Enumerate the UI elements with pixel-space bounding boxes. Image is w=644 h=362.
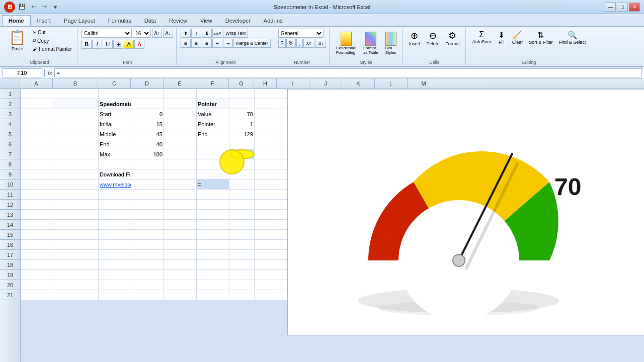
row-header-17[interactable]: 17 xyxy=(0,250,20,260)
cell-b2[interactable] xyxy=(53,99,99,109)
percent-button[interactable]: % xyxy=(286,39,296,48)
tab-data[interactable]: Data xyxy=(138,15,163,26)
cell-h3[interactable] xyxy=(255,109,277,119)
cell-d3[interactable]: 0 xyxy=(131,109,164,119)
decrease-font-button[interactable]: A↓ xyxy=(163,29,173,38)
font-color-button[interactable]: A xyxy=(134,40,144,49)
cell-e3[interactable] xyxy=(164,109,197,119)
col-header-l[interactable]: L xyxy=(375,78,408,88)
cell-a1[interactable] xyxy=(21,89,53,99)
cell-g3[interactable]: 70 xyxy=(229,109,255,119)
cell-e2[interactable] xyxy=(164,99,197,109)
row-header-14[interactable]: 14 xyxy=(0,220,20,230)
row-header-12[interactable]: 12 xyxy=(0,200,20,210)
col-header-c[interactable]: C xyxy=(98,78,131,88)
cell-g5[interactable]: 129 xyxy=(229,129,255,139)
autosum-button[interactable]: Σ AutoSum xyxy=(470,29,494,46)
cell-d5[interactable]: 45 xyxy=(131,129,164,139)
cell-h10[interactable] xyxy=(255,179,277,190)
cell-h4[interactable] xyxy=(255,119,277,129)
cell-b8[interactable] xyxy=(53,159,99,169)
wrap-text-button[interactable]: Wrap Text xyxy=(223,29,248,38)
row-header-8[interactable]: 8 xyxy=(0,159,20,169)
cell-e10[interactable] xyxy=(164,179,197,190)
align-middle-button[interactable]: ↕ xyxy=(191,29,201,38)
increase-indent-button[interactable]: ⇥ xyxy=(223,39,233,48)
office-button[interactable]: ⊞ xyxy=(4,2,15,13)
cell-f1[interactable] xyxy=(197,89,229,99)
cell-c6[interactable]: End xyxy=(99,139,131,149)
redo-button[interactable]: ↪ xyxy=(39,2,49,12)
cell-f3[interactable]: Value xyxy=(197,109,229,119)
cell-h1[interactable] xyxy=(255,89,277,99)
cell-d7[interactable]: 100 xyxy=(131,149,164,159)
row-header-9[interactable]: 9 xyxy=(0,169,20,179)
increase-decimal-button[interactable]: .0↑ xyxy=(303,39,314,48)
format-cell-button[interactable]: ⚙ Format xyxy=(443,29,462,48)
formula-input[interactable] xyxy=(54,68,642,77)
align-center-button[interactable]: ≡ xyxy=(191,39,201,48)
cell-f6[interactable] xyxy=(197,139,229,149)
col-header-a[interactable]: A xyxy=(20,78,53,88)
cell-c9[interactable]: Download File From xyxy=(99,169,131,179)
save-button[interactable]: 💾 xyxy=(17,2,27,12)
delete-cell-button[interactable]: ⊖ Delete xyxy=(424,29,442,48)
cell-b3[interactable] xyxy=(53,109,99,119)
cell-e8[interactable] xyxy=(164,159,197,169)
cut-button[interactable]: ✂ Cut xyxy=(31,29,74,36)
cell-e5[interactable] xyxy=(164,129,197,139)
row-header-10[interactable]: 10 xyxy=(0,179,20,190)
cell-c1[interactable] xyxy=(99,89,131,99)
format-painter-button[interactable]: 🖌 Format Painter xyxy=(31,45,74,53)
cell-b5[interactable] xyxy=(53,129,99,139)
cell-h7[interactable] xyxy=(255,149,277,159)
cell-c4[interactable]: Initial xyxy=(99,119,131,129)
cell-d8[interactable] xyxy=(131,159,164,169)
font-name-select[interactable]: Calibri xyxy=(82,29,132,38)
col-header-d[interactable]: D xyxy=(131,78,164,88)
cell-a8[interactable] xyxy=(21,159,53,169)
cell-d6[interactable]: 40 xyxy=(131,139,164,149)
col-header-h[interactable]: H xyxy=(254,78,277,88)
close-button[interactable]: ✕ xyxy=(629,3,640,12)
tab-insert[interactable]: Insert xyxy=(31,15,58,26)
col-header-f[interactable]: F xyxy=(196,78,229,88)
row-header-19[interactable]: 19 xyxy=(0,270,20,280)
cell-a4[interactable] xyxy=(21,119,53,129)
find-select-button[interactable]: 🔍 Find & Select xyxy=(556,29,589,46)
cell-a10[interactable] xyxy=(21,179,53,190)
decrease-indent-button[interactable]: ⇤ xyxy=(212,39,222,48)
cell-b10[interactable] xyxy=(53,179,99,190)
row-header-13[interactable]: 13 xyxy=(0,210,20,220)
row-header-6[interactable]: 6 xyxy=(0,139,20,149)
corner-cell[interactable] xyxy=(0,78,20,88)
cell-e9[interactable] xyxy=(164,169,197,179)
decrease-decimal-button[interactable]: .0↓ xyxy=(315,39,326,48)
cell-c5[interactable]: Middle xyxy=(99,129,131,139)
cell-styles-button[interactable]: CellStyles xyxy=(383,30,399,56)
cell-h5[interactable] xyxy=(255,129,277,139)
paste-button[interactable]: 📋 xyxy=(5,29,30,46)
row-header-18[interactable]: 18 xyxy=(0,260,20,270)
cell-b4[interactable] xyxy=(53,119,99,129)
font-size-select[interactable]: 16 xyxy=(133,29,151,38)
conditional-formatting-button[interactable]: ConditionalFormatting xyxy=(334,30,359,56)
cell-f2[interactable]: Pointer xyxy=(197,99,229,109)
cell-c10[interactable]: www.myelsson.org xyxy=(99,179,131,190)
align-left-button[interactable]: ≡ xyxy=(181,39,191,48)
cell-d9[interactable] xyxy=(131,169,164,179)
bold-button[interactable]: B xyxy=(82,40,92,49)
cell-g10[interactable] xyxy=(229,179,255,190)
row-header-2[interactable]: 2 xyxy=(0,99,20,109)
cell-e4[interactable] xyxy=(164,119,197,129)
tab-addins[interactable]: Add-Ins xyxy=(257,15,289,26)
minimize-button[interactable]: — xyxy=(605,3,616,12)
border-button[interactable]: ⊞ xyxy=(113,40,123,49)
fill-color-button[interactable]: A xyxy=(124,40,134,49)
copy-button[interactable]: ⧉ Copy xyxy=(31,37,74,45)
row-header-15[interactable]: 15 xyxy=(0,230,20,240)
sort-filter-button[interactable]: ⇅ Sort & Filter xyxy=(526,29,555,46)
increase-font-button[interactable]: A↑ xyxy=(152,29,162,38)
tab-view[interactable]: View xyxy=(194,15,219,26)
cell-g6[interactable] xyxy=(229,139,255,149)
